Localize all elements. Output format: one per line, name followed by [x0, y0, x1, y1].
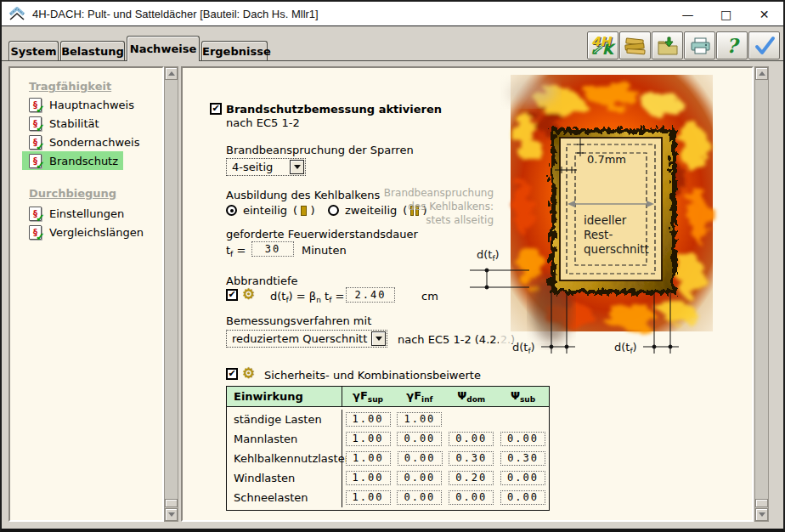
- scrollbar-thumb[interactable]: [165, 499, 178, 507]
- tab-system[interactable]: System: [8, 41, 59, 61]
- duration-unit: Minuten: [302, 244, 347, 257]
- table-input[interactable]: 1.00: [346, 471, 391, 485]
- gear-icon[interactable]: ⚙: [242, 288, 255, 300]
- scroll-up-button[interactable]: [755, 67, 768, 80]
- table-input[interactable]: 0.00: [398, 451, 443, 466]
- char-depth-label: d(tf): [477, 248, 500, 263]
- char-depth-label: Abbrandtiefe: [226, 274, 297, 287]
- char-depth-checkbox[interactable]: ✔: [226, 289, 238, 301]
- char-depth-input[interactable]: 2.40: [346, 287, 395, 303]
- einteilig-glyph: ( ): [293, 204, 314, 217]
- confirm-button[interactable]: [748, 31, 780, 59]
- brandschutz-activate-checkbox[interactable]: ✔: [210, 103, 222, 115]
- table-input[interactable]: 0.00: [397, 432, 442, 446]
- print-button[interactable]: [684, 31, 715, 59]
- header-psi-dom: Ψdom: [445, 389, 497, 404]
- method-dropdown[interactable]: reduziertem Querschnitt: [226, 330, 387, 348]
- safety-factors-checkbox[interactable]: ✔: [226, 368, 238, 380]
- table-input[interactable]: 1.00: [346, 412, 391, 427]
- table-input[interactable]: 1.00: [346, 490, 391, 505]
- dropdown-arrow-icon[interactable]: [290, 160, 304, 174]
- sidebar-item-label: Vergleichslängen: [49, 226, 144, 239]
- table-input[interactable]: 0.00: [500, 432, 545, 446]
- sidebar-item-stabilitaet[interactable]: §✓ Stabilität: [22, 114, 104, 133]
- radio-einteilig[interactable]: einteilig ( ): [226, 204, 314, 217]
- table-input[interactable]: 1.00: [346, 451, 391, 466]
- char-depth-unit: cm: [421, 290, 438, 303]
- tab-bar: System Belastung Nachweise Ergebnisse 4H…: [2, 27, 783, 61]
- paragraph-check-icon: §✓: [29, 116, 42, 131]
- duration-input[interactable]: 30: [251, 241, 294, 257]
- maximize-button[interactable]: □: [707, 2, 745, 26]
- sidebar-item-brandschutz[interactable]: §✓ Brandschutz: [22, 151, 123, 170]
- factors-table: Einwirkung γFsup γFinf Ψdom Ψsub ständig…: [226, 386, 550, 511]
- method-dropdown-value: reduziertem Querschnitt: [227, 332, 371, 345]
- timber-button[interactable]: [619, 31, 651, 59]
- sidebar-item-einstellungen[interactable]: §✓ Einstellungen: [22, 204, 129, 223]
- char-depth-label: d(tf): [614, 341, 637, 355]
- sidebar-item-hauptnachweis[interactable]: §✓ Hauptnachweis: [22, 95, 139, 114]
- table-input[interactable]: 0.20: [449, 471, 494, 485]
- sidebar-section-durchbiegung: Durchbiegung: [29, 187, 116, 200]
- gear-icon[interactable]: ⚙: [242, 367, 255, 379]
- sidebar-item-vergleichslaengen[interactable]: §✓ Vergleichslängen: [22, 223, 149, 241]
- sidebar-item-sondernachweis[interactable]: §✓ Sondernachweis: [22, 133, 144, 151]
- activate-label: Brandschutzbemessung aktivieren: [226, 103, 442, 116]
- dropdown-arrow-icon[interactable]: [371, 331, 386, 346]
- table-input[interactable]: 0.00: [500, 490, 545, 505]
- activate-sublabel: nach EC5 1-2: [226, 116, 300, 129]
- printer-icon: [689, 36, 711, 56]
- logo-4hk-button[interactable]: 4H ⇙K: [587, 31, 618, 59]
- table-input[interactable]: 1.00: [346, 432, 391, 446]
- header-gamma-finf: γFinf: [393, 389, 445, 404]
- caption-line: querschnitt: [584, 242, 649, 256]
- tab-belastung[interactable]: Belastung: [60, 41, 125, 61]
- row-label: Mannlasten: [227, 429, 342, 449]
- tab-ergebnisse[interactable]: Ergebnisse: [201, 41, 268, 61]
- sparren-dropdown-value: 4-seitig: [227, 161, 290, 173]
- table-row: ständige Lasten 1.00 1.00: [227, 410, 549, 429]
- work-area: Tragfähigkeit §✓ Hauptnachweis §✓ Stabil…: [2, 61, 783, 529]
- table-input[interactable]: 0.00: [397, 471, 442, 485]
- paragraph-check-icon: §✓: [29, 135, 42, 150]
- scroll-down-button[interactable]: [755, 508, 768, 521]
- sidebar-item-label: Brandschutz: [49, 155, 118, 167]
- header-gamma-fsup: γFsup: [342, 389, 394, 404]
- import-button[interactable]: [652, 31, 683, 59]
- safety-factors-label: Sicherheits- und Kombinationsbeiwerte: [264, 369, 481, 382]
- kehlbalken-label: Ausbildung des Kehlbalkens: [226, 189, 380, 201]
- table-input[interactable]: 0.00: [397, 490, 442, 505]
- table-input[interactable]: 0.30: [449, 451, 494, 466]
- sparren-dropdown[interactable]: 4-seitig: [226, 158, 306, 176]
- method-label: Bemessungsverfahren mit: [226, 314, 371, 327]
- paragraph-check-icon: §✓: [29, 98, 42, 112]
- title-bar: 4H-DACH: Pult- und Satteldächer [Bauteil…: [2, 2, 783, 26]
- radio-einteilig-label: einteilig: [243, 204, 287, 217]
- radio-unselected-icon[interactable]: [328, 205, 339, 216]
- table-row: Kehlbalkennutzlasten 1.00 0.00 0.30 0.30: [227, 449, 549, 468]
- radio-selected-icon[interactable]: [226, 205, 237, 216]
- table-row: Windlasten 1.00 0.00 0.20 0.00: [227, 468, 549, 488]
- table-input[interactable]: 1.00: [397, 412, 442, 427]
- main-scrollbar[interactable]: [754, 66, 769, 522]
- app-window: 4H-DACH: Pult- und Satteldächer [Bauteil…: [0, 0, 785, 532]
- table-input[interactable]: 0.00: [500, 471, 545, 485]
- table-input[interactable]: 0.00: [449, 490, 494, 505]
- app-icon: [8, 7, 25, 21]
- sidebar-scrollbar[interactable]: [164, 66, 178, 522]
- help-button[interactable]: ?: [716, 31, 748, 59]
- import-folder-icon: [657, 36, 679, 56]
- close-button[interactable]: ✕: [745, 2, 783, 26]
- caption-line: ideeller: [584, 213, 627, 227]
- scrollbar-thumb[interactable]: [755, 499, 768, 507]
- scroll-down-button[interactable]: [165, 508, 178, 521]
- table-row: Mannlasten 1.00 0.00 0.00 0.00: [227, 429, 549, 449]
- tab-nachweise[interactable]: Nachweise: [127, 36, 200, 61]
- table-input[interactable]: 0.30: [500, 451, 545, 466]
- paragraph-check-icon: §✓: [29, 207, 42, 221]
- scroll-up-button[interactable]: [165, 67, 178, 80]
- table-input[interactable]: 0.00: [449, 432, 494, 446]
- table-row: Schneelasten 1.00 0.00 0.00 0.00: [227, 488, 549, 507]
- minimize-button[interactable]: —: [669, 2, 707, 26]
- row-label: Schneelasten: [227, 488, 342, 507]
